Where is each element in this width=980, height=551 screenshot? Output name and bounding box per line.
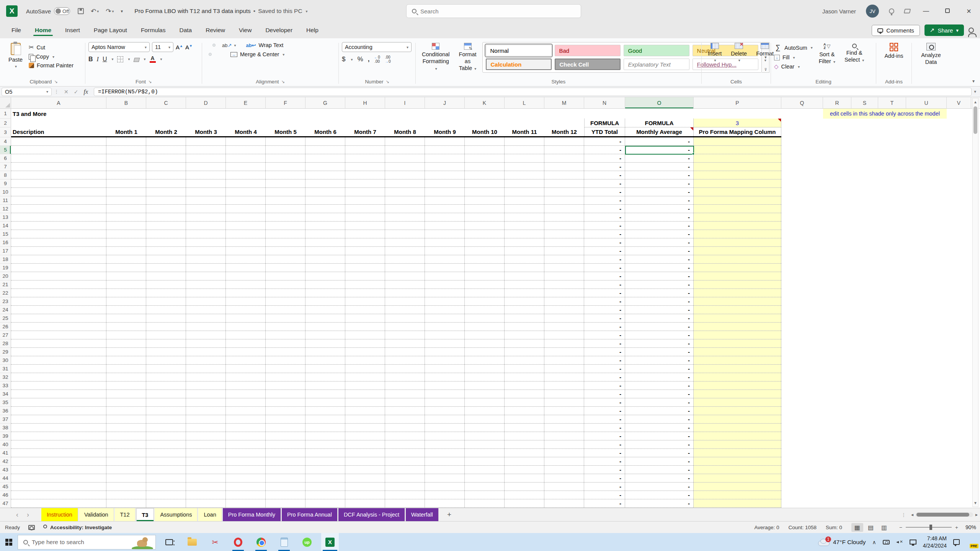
cell-B26[interactable] bbox=[106, 323, 146, 331]
cell-B27[interactable] bbox=[106, 331, 146, 339]
cell-J18[interactable] bbox=[425, 255, 465, 263]
cell-J33[interactable] bbox=[425, 381, 465, 390]
cell-N27[interactable]: - bbox=[584, 331, 625, 339]
cell-A17[interactable] bbox=[11, 247, 106, 255]
task-view-button[interactable] bbox=[160, 533, 178, 551]
cell-P21[interactable] bbox=[694, 280, 781, 289]
cell-H20[interactable] bbox=[345, 272, 385, 280]
horizontal-scrollbar[interactable]: ⋮ ◂ ▸ bbox=[901, 512, 978, 518]
cell-C28[interactable] bbox=[146, 339, 186, 347]
find-select-button[interactable]: Find &Select ▾ bbox=[841, 42, 867, 64]
cell-L3[interactable]: Month 11 bbox=[505, 127, 544, 136]
cell-G25[interactable] bbox=[305, 314, 345, 322]
cell-A31[interactable] bbox=[11, 365, 106, 373]
cell-N5[interactable]: - bbox=[584, 146, 625, 154]
cell-I32[interactable] bbox=[385, 373, 425, 381]
cell-E5[interactable] bbox=[226, 146, 266, 154]
row-header-14[interactable]: 14 bbox=[0, 222, 11, 230]
cell-J10[interactable] bbox=[425, 188, 465, 196]
cell-O44[interactable]: - bbox=[625, 474, 694, 482]
row-header-35[interactable]: 35 bbox=[0, 398, 11, 407]
cell-M46[interactable] bbox=[544, 491, 584, 499]
cell-A25[interactable] bbox=[11, 314, 106, 322]
cell-M34[interactable] bbox=[544, 390, 584, 398]
cell-M9[interactable] bbox=[544, 179, 584, 187]
cell-M35[interactable] bbox=[544, 398, 584, 406]
hscroll-left-icon[interactable]: ◂ bbox=[911, 512, 913, 517]
cell-N22[interactable]: - bbox=[584, 289, 625, 297]
cell-A1[interactable]: T3 and More bbox=[11, 109, 106, 119]
column-header-L[interactable]: L bbox=[505, 97, 544, 108]
cell-G44[interactable] bbox=[305, 474, 345, 482]
cell-M13[interactable] bbox=[544, 213, 584, 221]
cell-G37[interactable] bbox=[305, 415, 345, 423]
cell-P9[interactable] bbox=[694, 179, 781, 187]
cell-H46[interactable] bbox=[345, 491, 385, 499]
cell-style-normal[interactable]: Normal bbox=[486, 45, 552, 56]
cell-J21[interactable] bbox=[425, 280, 465, 289]
cell-N30[interactable]: - bbox=[584, 356, 625, 364]
cell-P2[interactable]: 3 bbox=[694, 119, 781, 127]
cell-G24[interactable] bbox=[305, 306, 345, 314]
ribbon-tab-page-layout[interactable]: Page Layout bbox=[88, 24, 133, 37]
cell-P40[interactable] bbox=[694, 440, 781, 448]
cell-I43[interactable] bbox=[385, 466, 425, 474]
increase-font-button[interactable]: A▲ bbox=[176, 44, 183, 51]
cell-F20[interactable] bbox=[266, 272, 305, 280]
people-feedback-icon[interactable] bbox=[969, 28, 974, 33]
cell-E3[interactable]: Month 4 bbox=[226, 127, 266, 136]
cell-P3[interactable]: Pro Forma Mapping Column bbox=[694, 127, 781, 136]
cell-A14[interactable] bbox=[11, 222, 106, 230]
cell-P13[interactable] bbox=[694, 213, 781, 221]
sheet-tab-loan[interactable]: Loan bbox=[198, 508, 222, 521]
cell-E7[interactable] bbox=[226, 163, 266, 171]
cell-H47[interactable] bbox=[345, 499, 385, 507]
column-header-F[interactable]: F bbox=[266, 97, 305, 108]
document-title[interactable]: Pro Forma LBO with T12 and T3 data input… bbox=[134, 8, 307, 15]
cell-P10[interactable] bbox=[694, 188, 781, 196]
cell-N26[interactable]: - bbox=[584, 323, 625, 331]
cell-D15[interactable] bbox=[186, 230, 226, 238]
row-header-26[interactable]: 26 bbox=[0, 323, 11, 331]
cell-G30[interactable] bbox=[305, 356, 345, 364]
cell-M31[interactable] bbox=[544, 365, 584, 373]
cell-H40[interactable] bbox=[345, 440, 385, 448]
accounting-format-button[interactable]: $ bbox=[342, 55, 345, 63]
cell-A8[interactable] bbox=[11, 171, 106, 179]
formula-input[interactable]: =IFERROR(N5/P$2,0) bbox=[94, 88, 972, 96]
cell-P24[interactable] bbox=[694, 306, 781, 314]
cell-I12[interactable] bbox=[385, 205, 425, 213]
cell-F36[interactable] bbox=[266, 407, 305, 415]
cell-H41[interactable] bbox=[345, 449, 385, 457]
cell-D18[interactable] bbox=[186, 255, 226, 263]
row-header-27[interactable]: 27 bbox=[0, 331, 11, 339]
cell-K20[interactable] bbox=[465, 272, 505, 280]
cell-D30[interactable] bbox=[186, 356, 226, 364]
cell-H24[interactable] bbox=[345, 306, 385, 314]
cell-B22[interactable] bbox=[106, 289, 146, 297]
cell-A46[interactable] bbox=[11, 491, 106, 499]
insert-cells-button[interactable]: Insert▾ bbox=[705, 42, 725, 64]
cell-O8[interactable]: - bbox=[625, 171, 694, 179]
cell-J16[interactable] bbox=[425, 238, 465, 246]
cell-M24[interactable] bbox=[544, 306, 584, 314]
cell-N23[interactable]: - bbox=[584, 297, 625, 305]
cell-P17[interactable] bbox=[694, 247, 781, 255]
cell-N25[interactable]: - bbox=[584, 314, 625, 322]
cell-K42[interactable] bbox=[465, 457, 505, 465]
vertical-scrollbar[interactable]: ▲ ▼ bbox=[972, 98, 978, 507]
cell-K7[interactable] bbox=[465, 163, 505, 171]
cell-E40[interactable] bbox=[226, 440, 266, 448]
cell-L32[interactable] bbox=[505, 373, 544, 381]
cell-L27[interactable] bbox=[505, 331, 544, 339]
analyze-data-button[interactable]: AnalyzeData bbox=[918, 42, 944, 66]
cell-K10[interactable] bbox=[465, 188, 505, 196]
cell-D26[interactable] bbox=[186, 323, 226, 331]
cell-P27[interactable] bbox=[694, 331, 781, 339]
minimize-button[interactable]: — bbox=[920, 8, 932, 15]
row-header-29[interactable]: 29 bbox=[0, 348, 11, 356]
cell-N18[interactable]: - bbox=[584, 255, 625, 263]
cell-K18[interactable] bbox=[465, 255, 505, 263]
page-break-view-button[interactable]: ▥ bbox=[878, 523, 890, 532]
cell-K27[interactable] bbox=[465, 331, 505, 339]
